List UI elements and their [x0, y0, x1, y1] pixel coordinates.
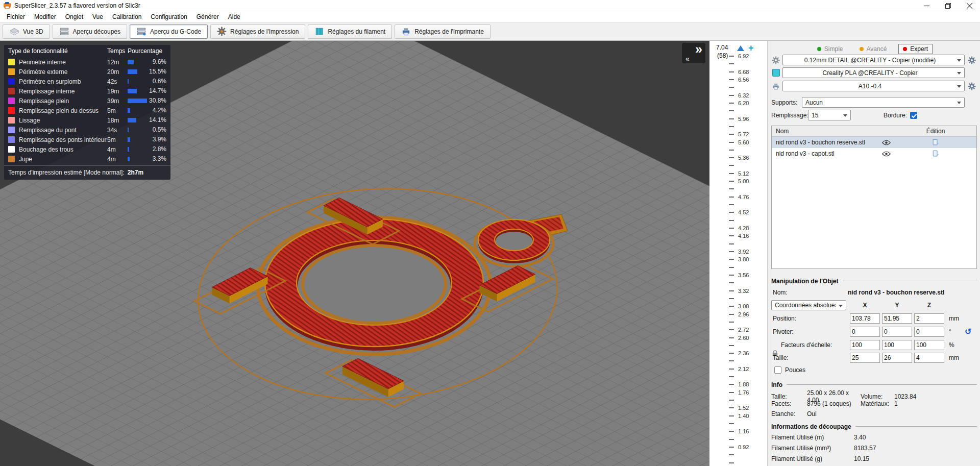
position-label: Position: [771, 315, 848, 322]
menu-configuration[interactable]: Configuration [146, 11, 191, 22]
rotate-z-input[interactable] [914, 327, 944, 337]
info-size-label: Taille: [771, 393, 807, 400]
layer-tick [729, 400, 734, 401]
legend-row: Périmètre externe20m15.5% [4, 67, 170, 77]
info-manifold-label: Etanche: [771, 410, 807, 418]
layer-tick [729, 415, 734, 416]
layers-icon [59, 27, 69, 37]
layer-tick-label: 5.36 [738, 155, 749, 161]
eye-icon[interactable] [877, 140, 895, 145]
rotate-label: Pivoter: [771, 328, 848, 335]
layer-tick [729, 275, 734, 276]
print-profile-select[interactable]: 0.12mm DETAIL @CREALITY - Copier (modifi… [782, 55, 965, 65]
inches-label: Pouces [785, 366, 805, 374]
position-z-input[interactable] [914, 313, 944, 324]
reset-rotation-icon[interactable]: ↺ [965, 328, 976, 335]
layer-tick-label: 1.88 [738, 381, 749, 387]
layer-tick [729, 298, 734, 299]
tab-printer-settings[interactable]: Réglages de l'Imprimante [395, 24, 491, 39]
edit-print-profile-button[interactable] [967, 55, 977, 65]
close-button[interactable] [959, 0, 980, 11]
layer-tick [729, 204, 734, 205]
rotate-x-input[interactable] [850, 327, 880, 337]
brim-checkbox[interactable] [910, 112, 917, 119]
feature-color-swatch [8, 59, 15, 65]
tab-bar: Vue 3D Aperçu découpes Aperçu du G-Code … [0, 22, 980, 41]
mode-button-expert[interactable]: Expert [898, 44, 933, 54]
layer-tick-label: 3.08 [738, 303, 749, 309]
tab-sliced-preview[interactable]: Aperçu découpes [53, 24, 127, 39]
menu-vue[interactable]: Vue [88, 11, 108, 22]
object-name-value: nid rond v3 - bouchon reserve.stl [848, 289, 944, 296]
layer-tick [729, 329, 734, 330]
size-x-input[interactable] [850, 353, 880, 363]
scale-y-input[interactable] [882, 340, 912, 350]
printer-profile-select[interactable]: A10 -0.4 [782, 81, 965, 91]
menu-generer[interactable]: Générer [192, 11, 224, 22]
layer-tick-scale[interactable]: 6.926.686.566.326.205.965.725.605.365.12… [709, 41, 767, 466]
layer-tick-label: 4.16 [738, 233, 749, 239]
object-row[interactable]: nid rond v3 - bouchon reserve.stl [772, 137, 976, 148]
layer-tick [729, 360, 734, 361]
layer-tick [729, 407, 734, 408]
maximize-button[interactable] [937, 0, 959, 11]
edit-object-icon[interactable] [895, 139, 976, 146]
coordinate-mode-select[interactable]: Coordonnées absolues [771, 300, 846, 310]
position-x-input[interactable] [850, 313, 880, 324]
layer-tick [729, 392, 734, 393]
percentage-bar [128, 157, 130, 161]
layer-tick-label: 6.56 [738, 77, 749, 83]
percentage-bar [128, 99, 147, 103]
layer-tick [729, 126, 734, 127]
eye-icon[interactable] [877, 151, 895, 157]
inches-checkbox[interactable] [774, 366, 781, 374]
tab-gcode-preview[interactable]: Aperçu du G-Code [130, 24, 208, 39]
filament-profile-select[interactable]: Creality PLA @CREALITY - Copier [782, 67, 965, 78]
axis-header-y: Y [882, 302, 912, 309]
size-z-input[interactable] [914, 353, 944, 363]
position-y-input[interactable] [882, 313, 912, 324]
edit-printer-profile-button[interactable] [967, 81, 977, 91]
edit-object-icon[interactable] [895, 150, 976, 157]
object-row[interactable]: nid rond v3 - capot.stl [772, 148, 976, 159]
info-facets-value: 8796 (1 coques) [807, 400, 861, 407]
layer-tick-label: 5.00 [738, 178, 749, 184]
menu-onglet[interactable]: Onglet [61, 11, 88, 22]
feature-color-swatch [8, 97, 15, 104]
scale-x-input[interactable] [850, 340, 880, 350]
supports-label: Supports: [771, 99, 802, 106]
filament-used-m-label: Filament Utilisé (m) [771, 434, 854, 441]
supports-select[interactable]: Aucun [802, 97, 965, 108]
gcode-viewport[interactable]: Type de fonctionnalité Temps Pourcentage… [0, 41, 709, 466]
scale-z-input[interactable] [914, 340, 944, 350]
rotate-y-input[interactable] [882, 327, 912, 337]
menu-modifier[interactable]: Modifier [30, 11, 61, 22]
menu-aide[interactable]: Aide [224, 11, 245, 22]
mode-dot-icon [903, 47, 907, 51]
collapse-sidebar-button[interactable]: » « [682, 43, 705, 63]
infill-select[interactable]: 15 [808, 110, 851, 120]
minimize-button[interactable] [916, 0, 937, 11]
object-list-col-name: Nom [772, 128, 877, 135]
tab-print-settings[interactable]: Réglages de l'Impression [210, 24, 305, 39]
layer-tick-label: 1.16 [738, 428, 749, 434]
legend-title: Type de fonctionnalité [8, 47, 107, 55]
mode-button-simple[interactable]: Simple [813, 44, 848, 54]
layer-tick [729, 282, 734, 283]
feature-color-swatch [8, 88, 15, 94]
layer-tick [729, 134, 734, 135]
layer-tick-label: 2.60 [738, 335, 749, 341]
filament-used-m-value: 3.40 [854, 434, 977, 441]
mode-button-avance[interactable]: Avancé [855, 44, 892, 54]
size-y-input[interactable] [882, 353, 912, 363]
layer-slider[interactable]: 7.04 (58) + 6.926.686.566.326.205.965.72… [709, 41, 768, 466]
legend-row: Remplissage plein du dessus5m4.2% [4, 106, 170, 115]
layer-tick [729, 95, 734, 96]
menu-fichier[interactable]: Fichier [2, 11, 30, 22]
tab-filament-settings[interactable]: Réglages du filament [308, 24, 392, 39]
layer-tick-label: 2.12 [738, 366, 749, 372]
tab-3d-view[interactable]: Vue 3D [3, 24, 50, 39]
menu-calibration[interactable]: Calibration [108, 11, 146, 22]
layer-tick [729, 431, 734, 432]
layer-tick [729, 306, 734, 307]
